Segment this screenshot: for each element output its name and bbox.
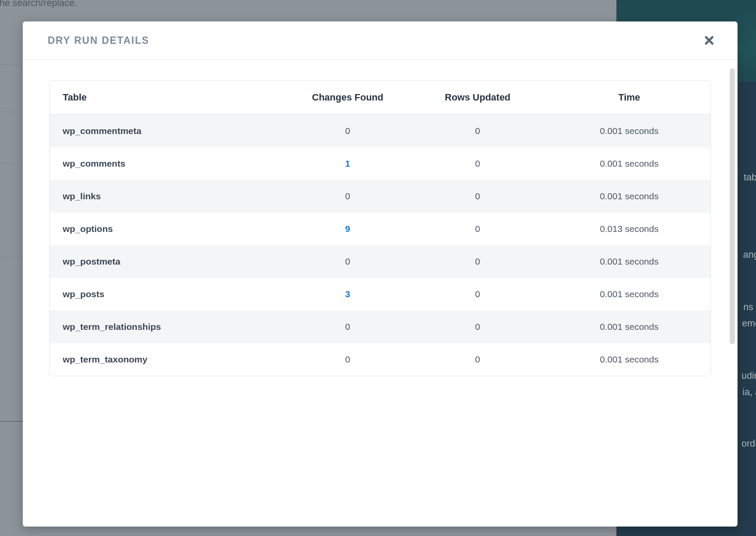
- cell-table-name: wp_term_relationships: [50, 311, 288, 343]
- cell-rows-updated: 0: [407, 278, 548, 311]
- table-row: wp_comments100.001 seconds: [50, 147, 710, 180]
- cell-table-name: wp_postmeta: [50, 245, 288, 278]
- cell-time: 0.001 seconds: [548, 180, 710, 213]
- cell-changes-found: 0: [288, 311, 407, 343]
- cell-rows-updated: 0: [407, 147, 548, 180]
- cell-changes-found: 0: [288, 180, 407, 213]
- table-body: wp_commentmeta000.001 secondswp_comments…: [50, 115, 710, 376]
- cell-rows-updated: 0: [407, 245, 548, 278]
- cell-time: 0.001 seconds: [548, 115, 710, 147]
- changes-link[interactable]: 1: [345, 158, 351, 168]
- results-table: Table Changes Found Rows Updated Time wp…: [49, 80, 711, 376]
- table-row: wp_postmeta000.001 seconds: [50, 245, 710, 278]
- table-header-row: Table Changes Found Rows Updated Time: [50, 81, 710, 115]
- modal-body[interactable]: Table Changes Found Rows Updated Time wp…: [23, 60, 738, 527]
- cell-changes-found: 0: [288, 343, 407, 376]
- changes-link[interactable]: 3: [345, 289, 351, 299]
- cell-changes-found: 0: [288, 245, 407, 278]
- changes-link[interactable]: 9: [345, 224, 351, 234]
- cell-changes-found: 0: [288, 115, 407, 147]
- cell-rows-updated: 0: [407, 311, 548, 343]
- cell-time: 0.013 seconds: [548, 213, 710, 245]
- scrollbar-thumb[interactable]: [730, 68, 735, 344]
- table-row: wp_term_relationships000.001 seconds: [50, 311, 710, 343]
- cell-time: 0.001 seconds: [548, 147, 710, 180]
- cell-table-name: wp_comments: [50, 147, 288, 180]
- cell-rows-updated: 0: [407, 343, 548, 376]
- cell-time: 0.001 seconds: [548, 343, 710, 376]
- cell-changes-found: 1: [288, 147, 407, 180]
- close-icon: [704, 35, 714, 46]
- cell-table-name: wp_links: [50, 180, 288, 213]
- col-header-time: Time: [548, 81, 710, 114]
- cell-rows-updated: 0: [407, 213, 548, 245]
- table-row: wp_posts300.001 seconds: [50, 278, 710, 311]
- cell-time: 0.001 seconds: [548, 311, 710, 343]
- table-row: wp_options900.013 seconds: [50, 213, 710, 245]
- modal-header: DRY RUN DETAILS: [23, 21, 738, 60]
- table-row: wp_links000.001 seconds: [50, 180, 710, 213]
- modal-title: DRY RUN DETAILS: [48, 35, 149, 46]
- col-header-rows: Rows Updated: [407, 81, 548, 114]
- modal-body-wrap: Table Changes Found Rows Updated Time wp…: [23, 60, 738, 527]
- cell-time: 0.001 seconds: [548, 245, 710, 278]
- cell-table-name: wp_options: [50, 213, 288, 245]
- col-header-changes: Changes Found: [288, 81, 407, 114]
- dry-run-details-modal: DRY RUN DETAILS Table Changes Found Rows…: [23, 21, 738, 527]
- cell-rows-updated: 0: [407, 180, 548, 213]
- cell-changes-found: 3: [288, 278, 407, 311]
- close-button[interactable]: [702, 34, 716, 47]
- cell-table-name: wp_posts: [50, 278, 288, 311]
- cell-table-name: wp_term_taxonomy: [50, 343, 288, 376]
- table-row: wp_commentmeta000.001 seconds: [50, 115, 710, 147]
- cell-time: 0.001 seconds: [548, 278, 710, 311]
- cell-table-name: wp_commentmeta: [50, 115, 288, 147]
- col-header-table: Table: [50, 81, 288, 114]
- cell-rows-updated: 0: [407, 115, 548, 147]
- table-row: wp_term_taxonomy000.001 seconds: [50, 343, 710, 376]
- cell-changes-found: 9: [288, 213, 407, 245]
